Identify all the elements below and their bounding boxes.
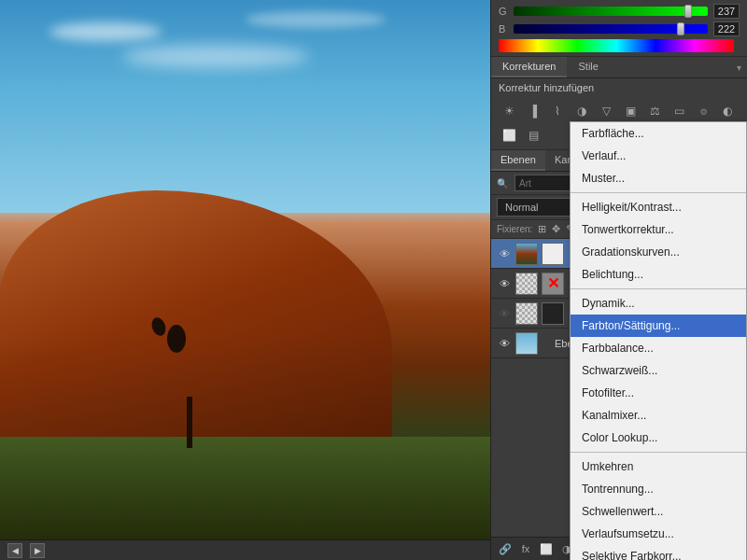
dropdown-sep-3: [571, 452, 746, 453]
dropdown-item-farbbalance[interactable]: Farbbalance...: [571, 337, 746, 359]
layer-eye-0[interactable]: 👁: [497, 246, 512, 261]
korrekturen-tabs: Korrekturen Stile ▾: [491, 57, 747, 78]
color-info-panel: G 237 B 222: [491, 0, 747, 57]
korr-icon-photo[interactable]: ⬜: [499, 125, 519, 146]
g-value-input[interactable]: 237: [713, 4, 740, 19]
dropdown-item-umkehren[interactable]: Umkehren: [571, 455, 746, 478]
dropdown-sep-2: [571, 288, 746, 289]
channel-g-row: G 237: [499, 4, 740, 19]
dropdown-item-fotofilter[interactable]: Fotofilter...: [571, 382, 746, 404]
b-label: B: [499, 23, 510, 35]
korrektur-header: Korrektur hinzufügen: [491, 78, 747, 97]
canvas-bottom-bar: ◀ ▶: [0, 539, 490, 560]
g-slider-thumb[interactable]: [684, 5, 692, 18]
dropdown-item-gradation[interactable]: Gradationskurven...: [571, 241, 746, 263]
canvas-area: ◀ ▶: [0, 0, 490, 560]
canvas-nav-left[interactable]: ◀: [7, 543, 22, 558]
g-slider-track[interactable]: [514, 7, 708, 16]
color-gradient-bar[interactable]: [499, 39, 734, 52]
b-slider-track[interactable]: [514, 24, 708, 34]
canvas-image: [0, 0, 490, 560]
tab-stile[interactable]: Stile: [567, 57, 609, 77]
layer-thumb-1: [515, 273, 538, 295]
korr-icon-save[interactable]: ▣: [620, 101, 641, 121]
layer-mask-btn[interactable]: ⬜: [538, 540, 555, 557]
korr-icon-exposure[interactable]: ◑: [571, 101, 592, 121]
dropdown-item-helligkeit[interactable]: Helligkeit/Kontrast...: [571, 196, 746, 218]
layer-thumb-3: [515, 332, 538, 355]
tab-ebenen[interactable]: Ebenen: [491, 150, 545, 171]
fix-pixel-icon[interactable]: ⊞: [538, 223, 546, 235]
korr-icon-levels[interactable]: ▐: [523, 101, 543, 121]
layer-mask-1: ✕: [542, 273, 564, 295]
korr-icon-gradient[interactable]: ▤: [523, 125, 543, 146]
korr-icon-curves[interactable]: ⌇: [547, 101, 568, 121]
dropdown-menu: Farbfläche... Verlauf... Muster... Helli…: [570, 121, 747, 560]
korr-icon-bw[interactable]: ◐: [717, 101, 738, 121]
layer-fx-btn[interactable]: fx: [517, 540, 534, 557]
fixieren-label: Fixieren:: [497, 224, 532, 234]
dropdown-item-muster[interactable]: Muster...: [571, 167, 746, 189]
g-label: G: [499, 6, 510, 17]
panel-menu-arrow[interactable]: ▾: [737, 63, 741, 73]
canvas-overlay: [0, 336, 490, 560]
dropdown-sep-1: [571, 192, 746, 193]
dropdown-item-tontrennung[interactable]: Tontrennung...: [571, 478, 746, 500]
korr-icon-brightness[interactable]: ☀: [499, 101, 519, 121]
korr-icon-filter-x[interactable]: ▽: [596, 101, 616, 121]
korr-icon-rect[interactable]: ▭: [669, 101, 689, 121]
search-icon: 🔍: [497, 178, 508, 189]
dropdown-item-kanalmixer[interactable]: Kanalmixer...: [571, 404, 746, 427]
layer-eye-2[interactable]: 👁: [497, 306, 512, 321]
layer-mask-2: [542, 302, 564, 325]
b-value-input[interactable]: 222: [713, 21, 740, 36]
fix-move-icon[interactable]: ✥: [552, 223, 560, 235]
dropdown-item-farbton[interactable]: Farbton/Sättigung...: [571, 315, 746, 337]
layer-eye-3[interactable]: 👁: [497, 336, 512, 351]
dropdown-item-belichtung[interactable]: Belichtung...: [571, 263, 746, 286]
color-swatch-row: [499, 39, 740, 52]
channel-b-row: B 222: [499, 21, 740, 36]
dropdown-item-dynamik[interactable]: Dynamik...: [571, 292, 746, 315]
main-layout: ◀ ▶ G 237 B 222: [0, 0, 747, 560]
korr-icon-camera[interactable]: ⌾: [693, 101, 713, 121]
layer-eye-1[interactable]: 👁: [497, 276, 512, 291]
dropdown-item-farbflaeche[interactable]: Farbfläche...: [571, 122, 746, 145]
dropdown-item-tonwert[interactable]: Tonwertkorrektur...: [571, 218, 746, 241]
tab-korrekturen[interactable]: Korrekturen: [491, 57, 567, 77]
layer-thumb-2: [515, 302, 538, 325]
korr-icon-balance[interactable]: ⚖: [644, 101, 665, 121]
dropdown-item-color-lookup[interactable]: Color Lookup...: [571, 427, 746, 449]
canvas-nav-right[interactable]: ▶: [30, 543, 45, 558]
layer-mask-0: [542, 243, 564, 265]
dropdown-item-schwarzweiss[interactable]: Schwarzweiß...: [571, 359, 746, 382]
dropdown-item-verlaufsumsetz[interactable]: Verlaufsumsetzu...: [571, 523, 746, 545]
dropdown-item-selektive[interactable]: Selektive Farbkorr...: [571, 545, 746, 560]
layer-link-btn[interactable]: 🔗: [497, 540, 514, 557]
b-slider-thumb[interactable]: [677, 22, 684, 35]
dropdown-item-schwellenwert[interactable]: Schwellenwert...: [571, 500, 746, 523]
dropdown-item-verlauf[interactable]: Verlauf...: [571, 145, 746, 167]
layer-thumb-0: [515, 243, 538, 265]
